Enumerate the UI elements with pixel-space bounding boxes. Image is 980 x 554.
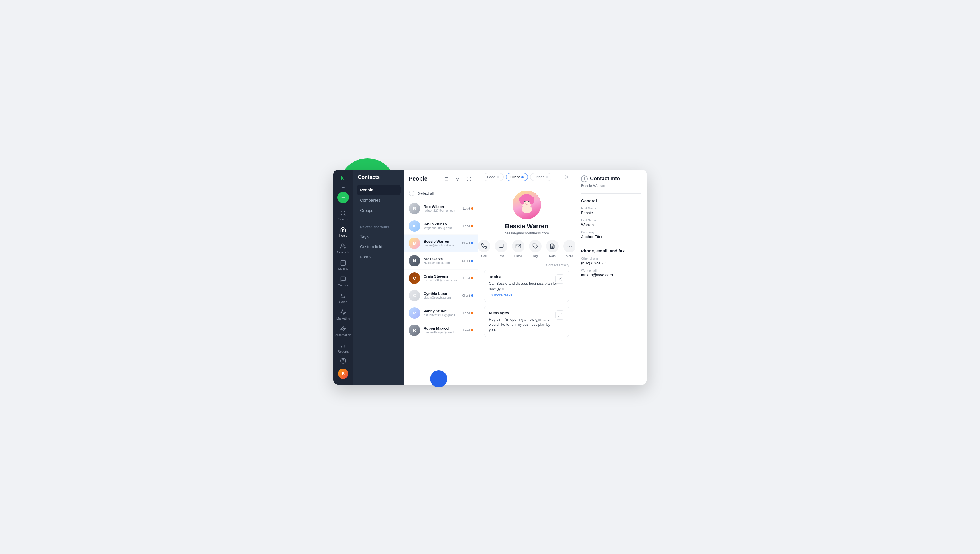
detail-body: Bessie Warren bessie@anchorfitness.com C… <box>478 185 575 385</box>
note-button[interactable]: Note <box>546 240 559 258</box>
sidebar-item-companies[interactable]: Companies <box>356 195 401 205</box>
svg-text:k: k <box>341 175 344 181</box>
contact-avatar-nick: N <box>409 255 420 267</box>
contact-list: R Rob Wilson rwilson227@gmail.com Lead K… <box>404 200 478 385</box>
contact-info-craig: Craig Stevens cstevens31@gmail.com <box>423 274 460 282</box>
contact-item-cynthia[interactable]: C Cynthia Luan cluan@newbiz.com Client <box>404 287 478 304</box>
profile-avatar <box>512 190 541 219</box>
sidebar-item-tags[interactable]: Tags <box>356 231 401 242</box>
nav-item-sales[interactable]: Sales <box>334 291 353 306</box>
detail-header: Lead Client Other ✕ <box>478 170 575 185</box>
svg-point-38 <box>569 246 570 246</box>
svg-point-2 <box>341 211 345 215</box>
divider-1 <box>581 193 641 194</box>
svg-marker-9 <box>341 326 346 331</box>
tab-client[interactable]: Client <box>506 173 528 181</box>
contact-name-craig: Craig Stevens <box>423 274 460 278</box>
contact-info-bessie: Bessie Warren bessie@anchorfitness.com <box>423 239 459 247</box>
field-work-email: Work email mnieto@awe.com <box>581 269 641 277</box>
badge-dot-cynthia <box>471 294 474 297</box>
contact-badge-rob: Lead <box>463 207 474 210</box>
close-detail-button[interactable]: ✕ <box>562 173 570 181</box>
tasks-card: Tasks Call Bessie and discuss business p… <box>484 270 569 302</box>
badge-dot-bessie <box>471 242 474 244</box>
filter-button[interactable] <box>453 174 462 184</box>
nav-item-marketing[interactable]: Marketing <box>334 307 353 323</box>
messages-card: Messages Hey Jim! I'm opening a new gym … <box>484 305 569 337</box>
call-button[interactable]: Call <box>478 240 490 258</box>
sidebar-item-groups[interactable]: Groups <box>356 205 401 216</box>
contact-avatar-bessie: B <box>409 238 420 249</box>
nav-item-reports[interactable]: Reports <box>334 340 353 356</box>
nav-item-myday[interactable]: My day <box>334 257 353 273</box>
tasks-more-link[interactable]: +3 more tasks <box>489 293 565 297</box>
tab-lead[interactable]: Lead <box>483 173 504 181</box>
add-contact-button[interactable] <box>465 174 474 184</box>
more-button[interactable]: More <box>563 240 575 258</box>
info-icon: i <box>581 176 588 182</box>
contacts-sidebar: Contacts People Companies Groups Related… <box>353 170 404 385</box>
text-button[interactable]: Text <box>495 240 508 258</box>
tasks-title: Tasks <box>489 275 565 279</box>
people-header: People <box>404 170 478 187</box>
sort-button[interactable] <box>442 174 451 184</box>
contact-badge-nick: Client <box>462 259 474 262</box>
contact-email-bessie: bessie@anchorfitness.com <box>423 244 459 247</box>
people-actions <box>442 174 474 184</box>
contact-avatar-craig: C <box>409 273 420 284</box>
collapse-btn[interactable]: ⇥ <box>342 186 345 189</box>
user-avatar[interactable]: B <box>338 369 348 379</box>
add-button[interactable]: + <box>337 192 349 203</box>
contact-badge-bessie: Client <box>462 242 474 245</box>
field-first-name: First Name Bessie <box>581 206 641 215</box>
contact-email-rob: rwilson227@gmail.com <box>423 209 460 212</box>
svg-point-39 <box>571 246 571 246</box>
divider-2 <box>581 244 641 244</box>
client-dot <box>521 176 523 178</box>
contact-item-ruben[interactable]: R Ruben Maxwell maxwelllamps@gmail.com L… <box>404 322 478 339</box>
profile-email: bessie@anchorfitness.com <box>504 231 549 235</box>
select-all-row[interactable]: Select all <box>404 187 478 200</box>
badge-dot-ruben <box>471 329 474 332</box>
field-last-name: Last Name Warren <box>581 219 641 227</box>
contact-item-penny[interactable]: P Penny Stuart pstuartcats930@gmail.com … <box>404 304 478 322</box>
contact-name-ruben: Ruben Maxwell <box>423 326 460 330</box>
contact-avatar-penny: P <box>409 307 420 319</box>
nav-item-home[interactable]: Home <box>334 224 353 239</box>
nav-item-automation[interactable]: Automation <box>334 324 353 339</box>
contact-item-kevin[interactable]: K Kevin Zhihao kz@consultbug.com Lead <box>404 217 478 235</box>
help-icon[interactable] <box>340 358 346 365</box>
contact-avatar-cynthia: C <box>409 290 420 301</box>
contact-item-bessie[interactable]: B Bessie Warren bessie@anchorfitness.com… <box>404 235 478 252</box>
tab-other[interactable]: Other <box>530 173 552 181</box>
contact-item-nick[interactable]: N Nick Garza NGbiz@gmail.com Client <box>404 252 478 270</box>
filter-tabs: Lead Client Other <box>483 173 552 181</box>
contact-name-bessie: Bessie Warren <box>423 239 459 244</box>
contact-badge-cynthia: Client <box>462 294 474 297</box>
contact-avatar-rob: R <box>409 203 420 214</box>
contact-info-penny: Penny Stuart pstuartcats930@gmail.com <box>423 309 460 317</box>
contact-email-cynthia: cluan@newbiz.com <box>423 296 459 299</box>
svg-marker-21 <box>455 177 460 181</box>
contact-name-rob: Rob Wilson <box>423 204 460 209</box>
nav-item-comms[interactable]: Comms <box>334 274 353 289</box>
contact-badge-penny: Lead <box>463 311 474 315</box>
nav-item-contacts[interactable]: Contacts <box>334 241 353 256</box>
tasks-description: Call Bessie and discuss business plan fo… <box>489 281 565 291</box>
select-all-checkbox[interactable] <box>409 190 414 196</box>
contact-item-rob[interactable]: R Rob Wilson rwilson227@gmail.com Lead <box>404 200 478 217</box>
sidebar-item-custom-fields[interactable]: Custom fields <box>356 242 401 252</box>
nav-help-section: B <box>338 358 348 381</box>
sidebar-item-people[interactable]: People <box>356 185 401 195</box>
contact-info-ruben: Ruben Maxwell maxwelllamps@gmail.com <box>423 326 460 334</box>
contact-item-craig[interactable]: C Craig Stevens cstevens31@gmail.com Lea… <box>404 270 478 287</box>
tag-button[interactable]: Tag <box>529 240 542 258</box>
svg-point-3 <box>342 244 344 246</box>
contact-badge-craig: Lead <box>463 276 474 280</box>
sidebar-item-forms[interactable]: Forms <box>356 252 401 262</box>
email-button[interactable]: Email <box>512 240 525 258</box>
divider <box>356 218 401 218</box>
nav-item-search[interactable]: Search <box>334 208 353 223</box>
contact-info-nick: Nick Garza NGbiz@gmail.com <box>423 257 459 265</box>
contact-email-penny: pstuartcats930@gmail.com <box>423 313 460 317</box>
